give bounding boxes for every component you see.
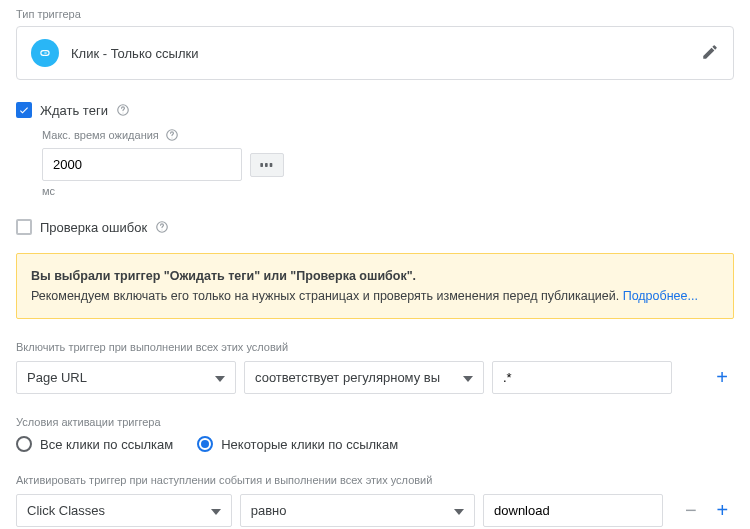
select-value: Click Classes [27,503,105,518]
radio-label: Некоторые клики по ссылкам [221,437,398,452]
help-icon[interactable] [116,103,130,117]
radio-some-clicks[interactable]: Некоторые клики по ссылкам [197,436,398,452]
variable-picker-button[interactable] [250,153,284,177]
svg-rect-4 [260,163,263,167]
chevron-down-icon [454,503,464,518]
warning-line2: Рекомендуем включать его только на нужны… [31,289,623,303]
wait-tags-checkbox-row[interactable]: Ждать теги [16,102,734,118]
chevron-down-icon [215,370,225,385]
svg-point-8 [162,229,163,230]
radio-label: Все клики по ссылкам [40,437,173,452]
chevron-down-icon [463,370,473,385]
enable-cond-variable-select[interactable]: Page URL [16,361,236,394]
svg-point-3 [171,137,172,138]
svg-point-1 [122,112,123,113]
error-check-checkbox[interactable] [16,219,32,235]
chevron-down-icon [211,503,221,518]
radio-all-clicks[interactable]: Все клики по ссылкам [16,436,173,452]
select-value: соответствует регулярному вы [255,370,440,385]
link-icon [31,39,59,67]
select-value: Page URL [27,370,87,385]
svg-rect-6 [270,163,273,167]
enable-cond-value-input[interactable] [492,361,672,394]
enable-cond-operator-select[interactable]: соответствует регулярному вы [244,361,484,394]
wait-tags-label: Ждать теги [40,103,108,118]
radio-icon [197,436,213,452]
edit-icon[interactable] [701,43,719,64]
help-icon[interactable] [155,220,169,234]
help-icon[interactable] [165,128,179,142]
section-label-trigger-type: Тип триггера [16,8,734,20]
max-wait-input[interactable] [42,148,242,181]
enable-cond-label: Включить триггер при выполнении всех эти… [16,341,734,353]
warning-learn-more-link[interactable]: Подробнее... [623,289,698,303]
svg-rect-5 [265,163,268,167]
error-check-label: Проверка ошибок [40,220,147,235]
warning-line1: Вы выбрали триггер "Ожидать теги" или "П… [31,266,719,286]
warning-box: Вы выбрали триггер "Ожидать теги" или "П… [16,253,734,319]
error-check-row[interactable]: Проверка ошибок [16,219,734,235]
trigger-type-card[interactable]: Клик - Только ссылки [16,26,734,80]
activation-label: Условия активации триггера [16,416,734,428]
fire-cond-variable-select[interactable]: Click Classes [16,494,232,527]
wait-tags-checkbox[interactable] [16,102,32,118]
add-condition-button[interactable]: + [710,366,734,390]
fire-cond-value-input[interactable] [483,494,663,527]
radio-icon [16,436,32,452]
fire-cond-label: Активировать триггер при наступлении соб… [16,474,734,486]
remove-condition-button[interactable]: − [679,499,702,523]
select-value: равно [251,503,287,518]
trigger-type-name: Клик - Только ссылки [71,46,689,61]
add-condition-button[interactable]: + [711,499,734,523]
max-wait-label: Макс. время ожидания [42,129,159,141]
fire-cond-operator-select[interactable]: равно [240,494,475,527]
ms-unit-label: мс [42,185,734,197]
